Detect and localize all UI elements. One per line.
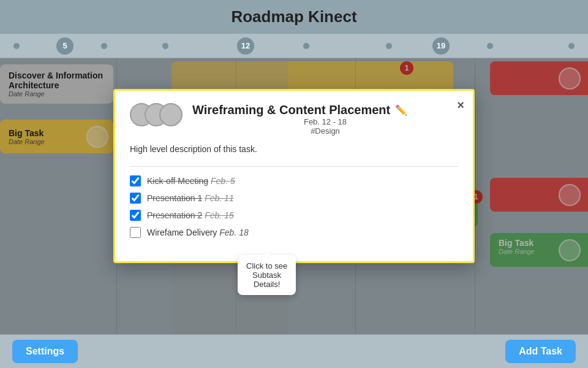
header: Roadmap Kinect (0, 0, 588, 34)
timeline-marker-6 (303, 43, 309, 49)
edit-icon[interactable]: ✏️ (395, 104, 407, 116)
timeline-marker-9 (487, 43, 493, 49)
task-item: Presentation 2 Feb. 15 (130, 210, 458, 221)
task-item: Kick-off Meeting Feb. 5 (130, 175, 458, 186)
subtask-tooltip: Click to seeSubtaskDetails! (238, 255, 296, 295)
task-item: Wirefame Delivery Feb. 18 (130, 227, 458, 238)
task-checkbox-1[interactable] (130, 175, 141, 186)
modal-close-button[interactable]: × (457, 98, 464, 112)
timeline-marker-4 (162, 43, 168, 49)
modal-tag: #Design (192, 126, 458, 136)
modal-description: High level description of this task. (130, 144, 458, 154)
timeline-marker-1 (13, 43, 20, 49)
timeline-bar: 51219 (0, 34, 588, 58)
page-title: Roadmap Kinect (231, 7, 356, 26)
timeline-marker-10 (568, 43, 575, 49)
tooltip-text: Click to seeSubtaskDetails! (246, 261, 287, 289)
timeline-marker-7 (386, 43, 392, 49)
settings-button[interactable]: Settings (12, 340, 78, 363)
modal-icon-circles (130, 103, 183, 126)
task-label-3: Presentation 2 Feb. 15 (147, 210, 234, 220)
task-checkbox-4[interactable] (130, 227, 141, 238)
modal-divider (130, 166, 458, 167)
bottom-bar: Settings Add Task (0, 334, 588, 368)
modal-dates: Feb. 12 - 18 (192, 117, 458, 126)
modal-tasks-list: Kick-off Meeting Feb. 5Presentation 1 Fe… (130, 175, 458, 238)
modal-title: Wireframing & Content Placement (192, 103, 390, 117)
timeline-dots: 51219 (0, 34, 588, 58)
task-item: Presentation 1 Feb. 11 (130, 193, 458, 204)
modal-title-area: Wireframing & Content Placement ✏️ Feb. … (192, 103, 458, 136)
timeline-marker-3 (101, 43, 107, 49)
add-task-button[interactable]: Add Task (505, 340, 576, 363)
task-checkbox-3[interactable] (130, 210, 141, 221)
main-area: Discover & Information Architecture Date… (0, 58, 588, 334)
task-label-1: Kick-off Meeting Feb. 5 (147, 176, 235, 186)
task-detail-modal: Wireframing & Content Placement ✏️ Feb. … (113, 89, 475, 263)
task-label-4: Wirefame Delivery Feb. 18 (147, 228, 249, 237)
modal-header: Wireframing & Content Placement ✏️ Feb. … (130, 103, 458, 136)
task-checkbox-2[interactable] (130, 193, 141, 204)
timeline-marker-5: 12 (237, 37, 254, 55)
timeline-marker-2: 5 (56, 37, 74, 55)
timeline-marker-8: 19 (432, 37, 450, 55)
task-label-2: Presentation 1 Feb. 11 (147, 193, 234, 203)
modal-circle-3 (159, 103, 183, 126)
